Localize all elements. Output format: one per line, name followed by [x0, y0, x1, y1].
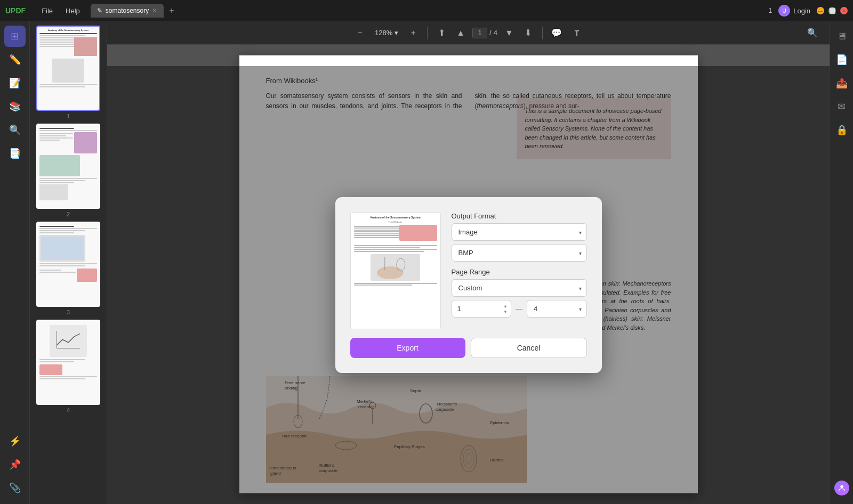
range-start-up[interactable]: ▲: [502, 303, 509, 308]
thumbnail-4[interactable]: 4: [34, 320, 102, 413]
menu-bar: File Help: [36, 5, 85, 17]
format-type-select-wrapper: BMP PNG JPG ▾: [452, 244, 587, 262]
comment-btn[interactable]: 💬: [548, 25, 565, 42]
sidebar-icon-pages[interactable]: 📚: [4, 96, 26, 117]
modal-content: Anatomy of the Somatosensory System From…: [350, 212, 587, 329]
right-icon-display[interactable]: 🖥: [831, 26, 852, 47]
titlebar-right: 1 U Login — ⬜ ✕: [769, 5, 848, 17]
minimize-btn[interactable]: —: [817, 7, 824, 14]
page-range-select-wrapper: Custom All Pages Current Page ▾: [452, 279, 587, 297]
menu-file[interactable]: File: [36, 5, 58, 17]
thumbnail-img-3: [36, 222, 100, 307]
pdf-viewport[interactable]: This is a sample document to showcase pa…: [107, 45, 830, 504]
preview-title: Anatomy of the Somatosensory System: [354, 216, 437, 219]
titlebar: UPDF File Help ✎ somatosensory ✕ + 1 U L…: [0, 0, 853, 21]
range-start-spinners: ▲ ▼: [502, 303, 509, 314]
nav-top-btn[interactable]: ⬆: [433, 25, 450, 42]
output-format-select[interactable]: Image PDF Word: [452, 223, 587, 241]
divider-1: [427, 27, 428, 39]
sidebar-icon-annotate[interactable]: ✏️: [4, 49, 26, 70]
login-button[interactable]: U Login: [778, 5, 810, 17]
thumbnail-3[interactable]: 3: [34, 222, 102, 315]
toolbar: − 128% ▾ + ⬆ ▲ / 4 ▼ ⬇ 💬: [107, 21, 830, 45]
thumbnail-img-1: Anatomy of the Somatosensory System: [36, 26, 100, 111]
add-tab-btn[interactable]: +: [166, 6, 177, 15]
divider-2: [542, 27, 543, 39]
zoom-level-display: 128% ▾: [371, 29, 403, 37]
zoom-controls: − 128% ▾ +: [351, 25, 422, 42]
sidebar-icon-edit[interactable]: 📝: [4, 72, 26, 94]
page-range-label: Page Range: [452, 268, 587, 276]
sidebar-icon-attachments[interactable]: 📎: [4, 477, 26, 499]
tab-bar: ✎ somatosensory ✕ +: [91, 4, 763, 18]
range-start-down[interactable]: ▼: [502, 309, 509, 314]
thumbnail-img-4: [36, 320, 100, 405]
window-controls: — ⬜ ✕: [817, 7, 848, 14]
thumbnail-img-2: [36, 124, 100, 209]
modal-buttons: Export Cancel: [350, 338, 587, 358]
page-separator: /: [489, 29, 492, 37]
text-btn[interactable]: T: [568, 25, 585, 42]
sidebar-icon-home[interactable]: ⊞: [4, 26, 26, 47]
format-type-select[interactable]: BMP PNG JPG: [452, 244, 587, 262]
range-end-wrapper: 4 1 2 3 ▾: [527, 300, 587, 318]
sidebar-icon-layers[interactable]: ⚡: [4, 430, 26, 452]
thumbnail-1[interactable]: Anatomy of the Somatosensory System 1: [34, 26, 102, 119]
app-logo: UPDF: [5, 6, 26, 15]
sidebar-icon-bookmark[interactable]: 📑: [4, 143, 26, 164]
range-end-select[interactable]: 4 1 2 3: [527, 300, 587, 318]
menu-help[interactable]: Help: [60, 5, 85, 17]
nav-up-btn[interactable]: ▲: [452, 25, 469, 42]
right-icon-page[interactable]: 📄: [831, 49, 852, 70]
maximize-btn[interactable]: ⬜: [828, 7, 836, 14]
user-avatar: U: [778, 5, 790, 17]
thumbnail-label-4: 4: [67, 407, 70, 413]
app-body: ⊞ ✏️ 📝 📚 🔍 📑 ⚡ 📌 📎 Anatomy of the Somato…: [0, 21, 853, 504]
close-btn[interactable]: ✕: [840, 7, 848, 14]
thumbnail-panel: Anatomy of the Somatosensory System 1: [30, 21, 107, 504]
sidebar-icon-bookmark2[interactable]: 📌: [4, 454, 26, 475]
output-format-select-wrapper: Image PDF Word ▾: [452, 223, 587, 241]
thumbnail-label-2: 2: [67, 211, 70, 217]
right-icon-lock[interactable]: 🔒: [831, 119, 852, 141]
svg-point-30: [840, 485, 843, 488]
thumbnail-label-3: 3: [67, 309, 70, 315]
tab-close-btn[interactable]: ✕: [152, 7, 157, 14]
main-area: − 128% ▾ + ⬆ ▲ / 4 ▼ ⬇ 💬: [107, 21, 830, 504]
zoom-out-btn[interactable]: −: [351, 25, 368, 42]
search-btn[interactable]: 🔍: [804, 25, 821, 42]
page-current-input[interactable]: [472, 28, 487, 38]
right-icon-user[interactable]: [831, 477, 852, 499]
sidebar-icon-search[interactable]: 🔍: [4, 119, 26, 141]
page-range-select[interactable]: Custom All Pages Current Page: [452, 279, 587, 297]
zoom-in-btn[interactable]: +: [405, 25, 422, 42]
right-icon-mail[interactable]: ✉: [831, 96, 852, 117]
range-start-wrapper: ▲ ▼: [452, 300, 512, 318]
right-sidebar-bottom: [831, 477, 852, 504]
zoom-dropdown-arrow[interactable]: ▾: [395, 29, 398, 37]
output-format-group: Output Format Image PDF Word ▾: [452, 212, 587, 262]
login-label: Login: [793, 7, 810, 15]
sidebar-right: 🖥 📄 📤 ✉ 🔒: [830, 21, 853, 504]
range-dash: —: [516, 305, 522, 313]
nav-controls: ⬆ ▲: [433, 25, 469, 42]
output-format-label: Output Format: [452, 212, 587, 220]
nav-controls-down: ▼ ⬇: [501, 25, 537, 42]
page-range-group: Page Range Custom All Pages Current Page…: [452, 268, 587, 318]
sidebar-left: ⊞ ✏️ 📝 📚 🔍 📑 ⚡ 📌 📎: [0, 21, 30, 504]
export-button[interactable]: Export: [350, 338, 465, 358]
sidebar-bottom: ⚡ 📌 📎: [4, 430, 26, 504]
zoom-value: 128%: [375, 29, 392, 37]
tab-somatosensory[interactable]: ✎ somatosensory ✕: [91, 4, 164, 18]
modal-preview: Anatomy of the Somatosensory System From…: [350, 212, 441, 329]
right-icon-share[interactable]: 📤: [831, 72, 852, 94]
nav-bottom-btn[interactable]: ⬇: [520, 25, 537, 42]
cancel-button[interactable]: Cancel: [471, 338, 587, 358]
range-end-select-wrapper: 4 1 2 3 ▾: [527, 300, 587, 318]
preview-thumb-content: Anatomy of the Somatosensory System From…: [351, 213, 440, 329]
page-navigation: / 4: [472, 28, 497, 38]
thumbnail-label-1: 1: [67, 113, 70, 119]
thumbnail-2[interactable]: 2: [34, 124, 102, 217]
modal-overlay: Anatomy of the Somatosensory System From…: [107, 66, 830, 504]
nav-down-btn[interactable]: ▼: [501, 25, 518, 42]
